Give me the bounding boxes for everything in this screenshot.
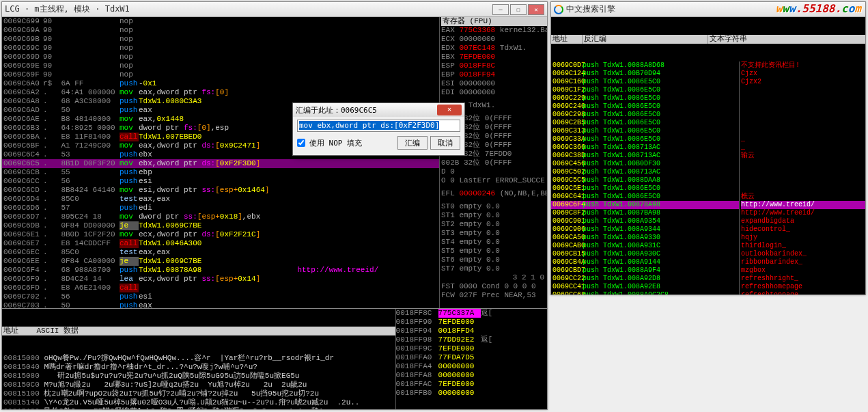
nop-fill-label: 使用 NOP 填充	[309, 138, 362, 148]
bottom-panes: 地址 ASCII 数据 00815000 oHQw餐Pw./Pu?撐QwHQw^…	[2, 308, 547, 409]
search-window: 中文搜索引擎 www.www.55188.com55188.com 地址 反汇编…	[550, 1, 866, 295]
assemble-button[interactable]: 汇编	[397, 136, 428, 150]
memory-dump-pane[interactable]: 地址 ASCII 数据 00815000 oHQw餐Pw./Pu?撐QwHQw^…	[2, 309, 396, 409]
close-button[interactable]: ✕	[528, 4, 544, 15]
dump-header: 地址 ASCII 数据	[2, 327, 395, 335]
minimize-button[interactable]: ‒	[492, 4, 509, 15]
window-title: LCG · m主线程, 模块 · TdxW1	[5, 3, 492, 15]
swirl-icon	[554, 5, 563, 14]
dialog-close-button[interactable]: ✕	[437, 105, 462, 115]
dialog-title: 汇编于此址：0069C6C5	[296, 105, 437, 115]
string-grid[interactable]: 地址 反汇编 文本字符串 0069C0D7push TdxW1.0088A8D6…	[551, 17, 865, 294]
debugger-window: LCG · m主线程, 模块 · TdxW1 ‒ ☐ ✕ 0069C69990n…	[1, 1, 548, 410]
grid-header: 地址 反汇编 文本字符串	[551, 35, 865, 44]
dialog-titlebar[interactable]: 汇编于此址：0069C6C5 ✕	[293, 103, 464, 117]
assemble-dialog: 汇编于此址：0069C6C5 ✕ mov ebx,dword ptr ds:[0…	[292, 102, 465, 156]
registers-pane[interactable]: 寄存器 (FPU)EAX 775C3368 kernel32.BaECX 000…	[439, 17, 547, 310]
col-disasm[interactable]: 反汇编	[583, 35, 708, 44]
cancel-button[interactable]: 取消	[430, 136, 460, 150]
col-string[interactable]: 文本字符串	[708, 35, 865, 44]
stack-pane[interactable]: 0018FF8C775C337A返[0018FF907EFDE0000018FF…	[396, 309, 547, 409]
maximize-button[interactable]: ☐	[510, 4, 527, 15]
site-logo: www.www.55188.com55188.com	[776, 2, 861, 15]
col-addr[interactable]: 地址	[551, 35, 583, 44]
nop-fill-checkbox[interactable]	[297, 139, 305, 147]
assembly-input[interactable]: mov ebx,dword ptr ds:[0xF2F3D0]	[297, 120, 460, 132]
titlebar[interactable]: LCG · m主线程, 模块 · TdxW1 ‒ ☐ ✕	[2, 2, 547, 17]
